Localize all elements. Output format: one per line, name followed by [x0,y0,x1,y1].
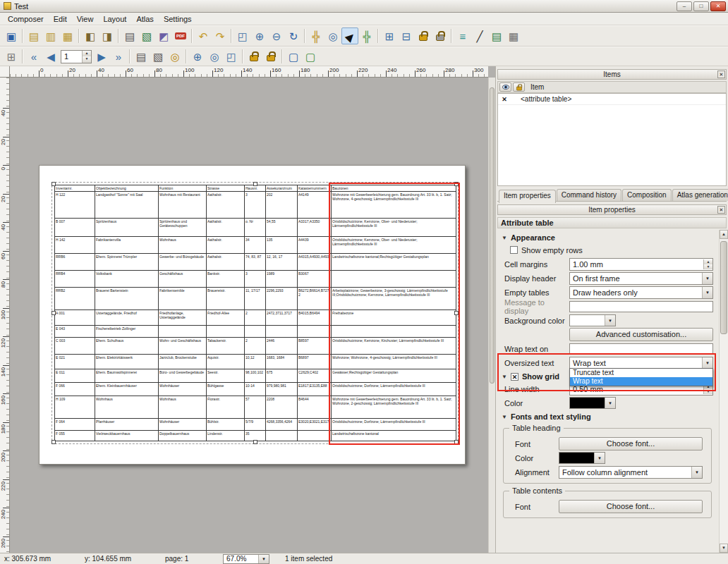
contents-choose-font-button[interactable]: Choose font... [559,500,703,513]
grid-color-button[interactable]: ▼ [569,397,616,409]
visibility-column-button[interactable] [499,82,511,92]
duplicate-composition-button[interactable]: ▥ [42,27,59,44]
refresh-view-button[interactable]: ↻ [285,27,302,44]
preview-atlas-button[interactable]: ◎ [166,48,183,65]
export-as-svg-button[interactable]: ◩ [155,27,172,44]
tab-item-properties[interactable]: Item properties [499,190,556,203]
visibility-checkbox[interactable]: ✕ [498,96,511,103]
spin-up-icon[interactable]: ▲ [704,259,712,264]
spin-up-icon[interactable]: ▲ [83,51,91,57]
background-color-button[interactable]: ▼ [569,314,616,326]
undo-button[interactable]: ↶ [195,27,212,44]
spin-down-icon[interactable]: ▼ [83,56,91,63]
add-frame-button[interactable]: ▢ [302,48,319,65]
tab-composition[interactable]: Composition [622,189,672,201]
heading-color-button[interactable]: ▼ [559,452,605,464]
close-icon[interactable]: ✕ [717,206,725,214]
heading-choose-font-button[interactable]: Choose font... [559,437,703,450]
align-items-button[interactable]: ≡ [454,27,471,44]
composer-vertical-scrollbar[interactable] [488,78,495,553]
atlas-feature-number-input[interactable]: 1▲▼ [61,50,92,63]
scrollbar-thumb[interactable] [490,87,495,384]
scrollbar-thumb[interactable] [720,241,727,334]
display-header-combo[interactable]: On first frame ▼ [569,272,713,285]
composition-manager-button[interactable]: ▦ [59,27,76,44]
add-new-legend-button[interactable]: ▤ [488,27,505,44]
scroll-up-icon[interactable]: ▲ [720,230,728,239]
dropdown-option[interactable]: Truncate text [570,369,712,377]
oversized-text-dropdown[interactable]: Truncate textWrap text [569,368,713,386]
menu-atlas[interactable]: Atlas [131,13,158,25]
fonts-section-header[interactable]: ▼ Fonts and text styling [502,412,715,421]
close-button[interactable]: ✕ [710,1,726,11]
atlas-next-feature-button[interactable]: ▶ [93,48,110,65]
menu-settings[interactable]: Settings [159,13,197,25]
group-items-button[interactable]: ⊞ [381,27,398,44]
atlas-first-feature-button[interactable]: « [25,48,42,65]
minimize-button[interactable]: – [677,1,692,11]
show-grid-checkbox[interactable]: ✕ [511,373,518,381]
scroll-down-icon[interactable]: ▼ [720,544,728,553]
appearance-section-header[interactable]: ▼ Appearance [502,233,715,242]
new-composition-button[interactable]: ▤ [25,27,42,44]
menu-edit[interactable]: Edit [49,13,72,25]
menu-view[interactable]: View [72,13,99,25]
maximize-button[interactable]: □ [693,1,709,11]
selection-handle[interactable] [51,440,56,444]
export-atlas-button[interactable]: ▧ [150,48,166,65]
ungroup-items-button[interactable]: ⊟ [398,27,415,44]
lock-atlas-layers-button[interactable] [245,48,262,65]
menu-composer[interactable]: Composer [3,13,49,25]
save-project-button[interactable]: ▣ [3,27,20,44]
selection-handle[interactable] [51,182,56,186]
pan-button[interactable]: ╬ [308,27,324,44]
spin-down-icon[interactable]: ▼ [704,389,712,394]
empty-tables-combo[interactable]: Draw headers only ▼ [569,286,713,299]
zoom-region-button[interactable]: ◎ [324,27,341,44]
zoom-region-secondary-button[interactable]: ◎ [206,48,223,65]
load-from-template-button[interactable]: ◧ [82,27,99,44]
menu-layout[interactable]: Layout [98,13,131,25]
zoom-full-button[interactable]: ◰ [234,27,251,44]
alignment-combo[interactable]: Follow column alignment ▼ [559,466,703,479]
export-as-image-button[interactable]: ▧ [138,27,155,44]
items-tree-row[interactable]: ✕<attribute table> [498,94,726,105]
lock-layer-styles-button[interactable] [262,48,279,65]
zoom-out-button[interactable]: ⊖ [268,27,285,44]
composition-canvas[interactable]: Inventarnr.ObjektbezeichnungFunktionStra… [10,78,488,553]
show-empty-rows-checkbox[interactable] [510,246,518,254]
print-button[interactable]: ▤ [121,27,138,44]
cell-margins-spinner[interactable]: 1.00 mm ▲ ▼ [569,258,713,271]
advanced-customisation-button[interactable]: Advanced customisation... [569,328,713,341]
close-icon[interactable]: ✕ [717,70,725,78]
tab-atlas-generation[interactable]: Atlas generation [672,189,728,201]
select-move-item-button[interactable]: ▶ [341,27,358,44]
zoom-in-button[interactable]: ⊕ [251,27,268,44]
selection-handle[interactable] [253,440,257,444]
attribute-table-item[interactable]: Inventarnr.ObjektbezeichnungFunktionStra… [54,185,456,441]
lock-selected-items-button[interactable] [415,27,432,44]
dock-panels-button[interactable]: ⊞ [3,48,20,65]
export-as-pdf-button[interactable]: PDF [172,27,189,44]
add-pages-button[interactable]: ▢ [285,48,302,65]
lock-column-button[interactable] [513,82,525,92]
unlock-all-items-button[interactable] [432,27,449,44]
spin-down-icon[interactable]: ▼ [704,264,712,269]
zoom-in-secondary-button[interactable]: ⊕ [189,48,206,65]
wrap-text-on-input[interactable] [569,343,713,355]
zoom-level-combo[interactable]: 67.0% ▼ [223,554,269,564]
atlas-previous-feature-button[interactable]: ◀ [42,48,59,65]
tab-command-history[interactable]: Command history [557,189,621,201]
properties-scrollbar[interactable]: ▲ ▼ [719,230,728,553]
selection-handle[interactable] [51,311,56,315]
atlas-last-feature-button[interactable]: » [110,48,127,65]
zoom-full-secondary-button[interactable]: ◰ [223,48,240,65]
composition-page[interactable]: Inventarnr.ObjektbezeichnungFunktionStra… [39,165,466,465]
dropdown-option[interactable]: Wrap text [570,377,712,386]
attribute-table-options-button[interactable]: ▦ [505,27,522,44]
save-as-template-button[interactable]: ◨ [99,27,116,44]
oversized-text-combo[interactable]: Wrap text ▼ [569,357,713,369]
add-arrow-button[interactable]: ╱ [471,27,488,44]
selection-handle[interactable] [253,182,257,186]
move-item-content-button[interactable]: ╬ [358,27,375,44]
